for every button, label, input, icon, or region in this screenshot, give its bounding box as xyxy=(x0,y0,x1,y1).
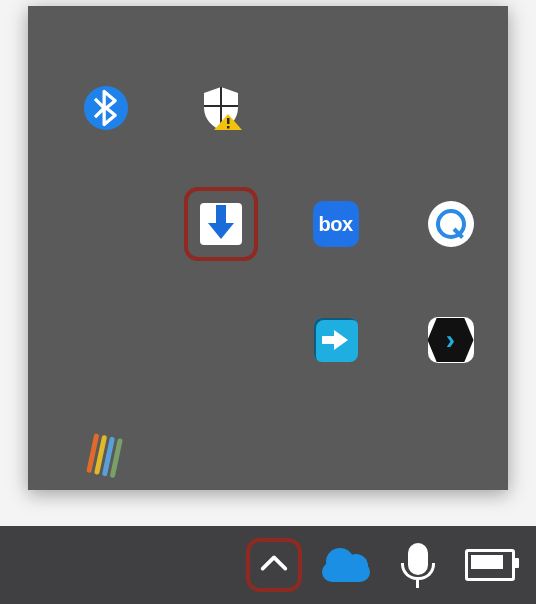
windows-taskbar xyxy=(0,526,536,604)
box-logo-text: box xyxy=(318,213,352,236)
onedrive-icon[interactable] xyxy=(320,548,372,582)
show-hidden-icons-highlight xyxy=(246,538,302,592)
credential-key-icon[interactable] xyxy=(426,199,476,249)
windows-security-icon[interactable] xyxy=(198,84,244,132)
teamviewer-icon[interactable] xyxy=(311,315,361,365)
microphone-icon[interactable] xyxy=(404,543,432,587)
colored-quill-icon[interactable] xyxy=(81,431,131,481)
system-tray-overflow-flyout: box › xyxy=(28,6,508,490)
box-drive-icon[interactable]: box xyxy=(311,199,361,249)
battery-icon[interactable] xyxy=(465,549,515,581)
download-tray-highlight xyxy=(184,187,258,261)
tray-icon-grid: box › xyxy=(28,6,508,514)
show-hidden-icons-chevron[interactable] xyxy=(257,546,291,584)
svg-rect-2 xyxy=(227,126,230,129)
svg-rect-1 xyxy=(227,118,230,124)
bluetooth-icon[interactable] xyxy=(81,83,131,133)
sourcetree-icon[interactable]: › xyxy=(426,315,476,365)
download-tray-icon[interactable] xyxy=(196,199,246,249)
